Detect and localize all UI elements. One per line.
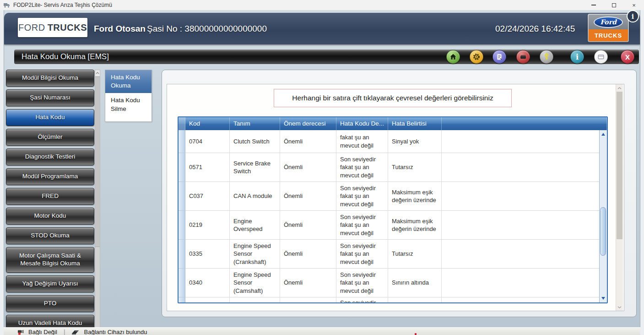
sidebar-item[interactable]: PTO [6, 295, 94, 312]
cell-detay: fakat şu an mevcut değil [336, 130, 388, 153]
ecu-icon [519, 53, 527, 61]
row-selector-cell[interactable] [179, 269, 185, 297]
submenu-item[interactable]: Hata Kodu Okuma [105, 70, 152, 93]
table-scrollbar[interactable] [599, 130, 607, 302]
window-titlebar: FODP2Lite- Servis Arıza Teşhis Çözümü × [0, 0, 644, 10]
cell-kod: C037 [185, 182, 230, 211]
home-button[interactable] [446, 50, 460, 64]
close-page-button[interactable]: X [621, 50, 634, 64]
sidebar-item[interactable]: Hata Kodu [6, 109, 94, 126]
content-panel: Herhangi bir satıra çift tıklayarak çevr… [162, 70, 637, 317]
sidebar-item[interactable]: STOD Okuma [6, 227, 94, 244]
sidebar-item[interactable]: Motor Çalışma Saati & Mesafe Bilgisi Oku… [6, 247, 94, 273]
cell-filler [442, 182, 607, 211]
cell-filler [442, 297, 607, 302]
cell-belirti: Tutarsız [388, 153, 442, 182]
sidebar-menu: Modül Bilgisi OkumaŞasi NumarasıHata Kod… [6, 70, 94, 332]
row-selector-cell[interactable] [179, 130, 185, 153]
sidebar-item[interactable]: Modül Programlama [6, 168, 94, 185]
window-button[interactable] [594, 50, 608, 64]
cell-onem: Önemli [280, 153, 336, 182]
header-cell[interactable]: Önem derecesi [280, 117, 336, 130]
cell-belirti: Maksimum eşik değerin üzerinde [388, 211, 442, 240]
info-icon[interactable]: i [627, 10, 639, 22]
cell-kod: 0571 [185, 153, 230, 182]
table-row[interactable]: Son seviyedir [179, 297, 607, 302]
header-cell[interactable]: Tanım [230, 117, 280, 130]
table-row[interactable]: 0704Clutch SwitchÖnemlifakat şu an mevcu… [179, 130, 607, 153]
sidebar-item[interactable]: Ölçümler [6, 129, 94, 146]
table-row[interactable]: 0571Service Brake SwitchÖnemliSon seviye… [179, 153, 607, 182]
table-header-row: KodTanımÖnem derecesiHata Kodu De...Hata… [179, 117, 607, 130]
header-cell[interactable]: Kod [185, 117, 230, 130]
cell-tanim: Service Brake Switch [230, 153, 280, 182]
settings-button[interactable] [470, 50, 483, 64]
row-selector-cell[interactable] [179, 182, 185, 211]
scroll-down-icon[interactable] [601, 297, 605, 300]
row-selector-cell[interactable] [179, 240, 185, 269]
header: FORD TRUCKS Ford Otosan Şasi No : 380000… [4, 13, 640, 44]
table-row[interactable]: 0219Engine OverspeedÖnemliSon seviyedir … [179, 211, 607, 240]
content-scrollbar[interactable] [616, 84, 623, 311]
content-inner: Herhangi bir satıra çift tıklayarak çevr… [167, 84, 624, 311]
table-row[interactable]: C037CAN A moduleÖnemliSon seviyedir faka… [179, 182, 607, 211]
cell-tanim: Engine Speed Sensor (Camshaft) [230, 269, 280, 297]
brand-badge: Ford TRUCKS [588, 14, 629, 42]
scroll-up-icon[interactable] [616, 84, 623, 92]
window-title: FODP2Lite- Servis Arıza Teşhis Çözümü [13, 2, 112, 8]
header-filler-cell [442, 117, 607, 130]
submenu-item[interactable]: Hata Kodu Silme [105, 93, 152, 121]
sidebar-item[interactable]: Modül Bilgisi Okuma [6, 70, 94, 87]
table-row[interactable]: 0335Engine Speed Sensor (Crankshaft)Önem… [179, 240, 607, 269]
cell-onem [280, 297, 336, 302]
sidebar-item[interactable]: Şasi Numarası [6, 89, 94, 106]
scroll-up-icon[interactable] [601, 133, 605, 136]
cell-kod: 0340 [185, 269, 230, 297]
ecu-button[interactable] [516, 50, 530, 64]
cell-kod: 0219 [185, 211, 230, 240]
report-button[interactable] [492, 50, 506, 64]
gear-icon [472, 53, 481, 61]
sidebar-item[interactable]: Diagnostik Testleri [6, 148, 94, 165]
scroll-down-icon[interactable] [616, 303, 623, 311]
app-frame: FORD TRUCKS Ford Otosan Şasi No : 380000… [4, 10, 640, 335]
fault-table: KodTanımÖnem derecesiHata Kodu De...Hata… [178, 116, 608, 303]
submenu: Hata Kodu OkumaHata Kodu Silme [105, 70, 152, 122]
scroll-up-icon[interactable] [95, 70, 100, 76]
cell-belirti: Sınırın altında [388, 269, 442, 297]
cell-filler [442, 240, 607, 269]
scrollbar-thumb[interactable] [600, 207, 606, 256]
cell-onem: Önemli [280, 211, 336, 240]
cell-filler [442, 269, 607, 297]
company-name: Ford Otosan [94, 13, 146, 44]
red-mark [415, 333, 417, 335]
scrollbar-thumb[interactable] [95, 77, 100, 247]
row-selector-cell[interactable] [179, 211, 185, 240]
header-cell[interactable]: Hata Belirtisi [388, 117, 442, 130]
sidebar-item[interactable]: Motor Kodu [6, 208, 94, 225]
scrollbar-thumb[interactable] [617, 92, 622, 239]
app-window: FODP2Lite- Servis Arıza Teşhis Çözümü × … [0, 0, 644, 335]
chassis-number: Şasi No : 38000000000000000 [147, 13, 267, 44]
sidebar-item[interactable]: Yağ Değişim Uyarısı [6, 275, 94, 292]
window-icon [597, 53, 605, 61]
badge-trucks-label: TRUCKS [589, 29, 628, 41]
cell-tanim [230, 297, 280, 302]
table-row[interactable]: 0340Engine Speed Sensor (Camshaft)Önemli… [179, 269, 607, 297]
cell-filler [442, 211, 607, 240]
cell-detay: Son seviyedir fakat şu an mevcut değil [336, 211, 388, 240]
row-selector-cell[interactable] [179, 297, 185, 302]
key-button[interactable] [540, 50, 553, 64]
info-button[interactable]: i [570, 50, 584, 64]
row-selector-cell[interactable] [179, 153, 185, 182]
minimize-button[interactable] [584, 0, 604, 10]
sidebar-scrollbar[interactable] [95, 70, 100, 335]
header-cell[interactable]: Hata Kodu De... [336, 117, 388, 130]
close-window-button[interactable]: × [624, 0, 644, 10]
device-icon [71, 329, 81, 335]
maximize-button[interactable] [604, 0, 624, 10]
cell-tanim: CAN A module [230, 182, 280, 211]
hint-box: Herhangi bir satıra çift tıklayarak çevr… [274, 89, 512, 107]
cell-belirti: Maksimum eşik değerin üzerinde [388, 182, 442, 211]
sidebar-item[interactable]: FRED [6, 188, 94, 205]
